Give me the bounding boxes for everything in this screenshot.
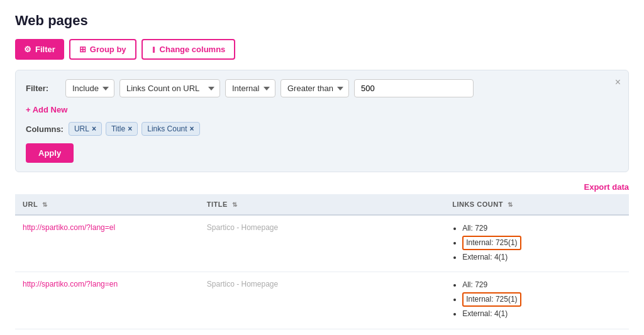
columns-label: Columns: xyxy=(26,124,64,134)
condition-select[interactable]: Internal xyxy=(225,79,275,97)
remove-links-count-tag[interactable]: × xyxy=(190,124,194,133)
remove-url-tag[interactable]: × xyxy=(92,124,96,133)
links-count-cell: All: 729Internal: 725(1)External: 4(1) xyxy=(445,272,629,329)
col-url[interactable]: URL ⇅ xyxy=(15,194,199,215)
apply-button[interactable]: Apply xyxy=(26,143,74,163)
links-count-item: All: 729 xyxy=(462,280,621,290)
title-cell: Spartico - Pricing It might sound a bit … xyxy=(199,329,445,335)
table-row: http://spartiko.com/?lang=enSpartico - H… xyxy=(15,272,629,329)
export-data-link[interactable]: Export data xyxy=(584,182,629,192)
filter-area-close-button[interactable]: × xyxy=(615,77,621,88)
url-cell[interactable]: http://spartiko.com/?lang=en xyxy=(15,272,199,329)
url-cell[interactable]: http://spartiko.com/?lang=el xyxy=(15,215,199,272)
links-count-item: Internal: 725(1) xyxy=(462,292,621,307)
remove-title-tag[interactable]: × xyxy=(128,124,132,133)
group-by-icon: ⊞ xyxy=(79,45,86,54)
export-row: Export data xyxy=(15,182,629,192)
group-by-button[interactable]: ⊞ Group by xyxy=(69,39,136,60)
column-tag-title: Title × xyxy=(106,122,138,136)
url-cell[interactable]: http://spartiko.com/pricing xyxy=(15,329,199,335)
col-links-count[interactable]: Links Count ⇅ xyxy=(445,194,629,215)
links-count-item: External: 4(1) xyxy=(462,252,621,263)
add-new-button[interactable]: + Add New xyxy=(26,105,67,114)
include-select[interactable]: Include xyxy=(65,79,114,97)
links-count-sort-icon: ⇅ xyxy=(508,201,513,208)
filter-label: Filter: xyxy=(26,84,60,93)
operator-select[interactable]: Greater than xyxy=(280,79,349,97)
filter-icon: ⚙ xyxy=(24,45,31,54)
apply-row: Apply xyxy=(26,143,603,163)
links-count-item: External: 4(1) xyxy=(462,309,621,319)
col-title[interactable]: Title ⇅ xyxy=(199,194,445,215)
table-row: http://spartiko.com/pricingSpartico - Pr… xyxy=(15,329,629,335)
links-count-cell: All: 823Internal: 821(0)External: 2(0) xyxy=(445,329,629,335)
filter-row: Filter: Include Links Count on URL Inter… xyxy=(26,79,603,97)
columns-row: Columns: URL × Title × Links Count × xyxy=(26,122,603,136)
table-header-row: URL ⇅ Title ⇅ Links Count ⇅ xyxy=(15,194,629,215)
title-cell: Spartico - Homepage xyxy=(199,272,445,329)
links-count-item: Internal: 725(1) xyxy=(462,236,621,250)
column-tags: URL × Title × Links Count × xyxy=(69,122,200,136)
table-row: http://spartiko.com/?lang=elSpartico - H… xyxy=(15,215,629,272)
page-title: Web pages xyxy=(15,13,629,29)
title-sort-icon: ⇅ xyxy=(232,201,238,208)
url-sort-icon: ⇅ xyxy=(42,201,48,208)
column-tag-url: URL × xyxy=(69,122,102,136)
toolbar: ⚙ Filter ⊞ Group by ⫿ Change columns xyxy=(15,39,629,60)
change-columns-icon: ⫿ xyxy=(152,45,156,54)
links-count-item: All: 729 xyxy=(462,223,621,234)
title-cell: Spartico - Homepage xyxy=(199,215,445,272)
filter-area: × Filter: Include Links Count on URL Int… xyxy=(15,70,629,172)
change-columns-button[interactable]: ⫿ Change columns xyxy=(142,39,236,60)
data-table: URL ⇅ Title ⇅ Links Count ⇅ http://spart… xyxy=(15,194,629,335)
column-tag-links-count: Links Count × xyxy=(142,122,199,136)
metric-select[interactable]: Links Count on URL xyxy=(119,79,220,97)
add-new-row: + Add New xyxy=(26,104,603,114)
links-count-cell: All: 729Internal: 725(1)External: 4(1) xyxy=(445,215,629,272)
filter-button[interactable]: ⚙ Filter xyxy=(15,39,64,60)
filter-value-input[interactable] xyxy=(354,79,474,97)
